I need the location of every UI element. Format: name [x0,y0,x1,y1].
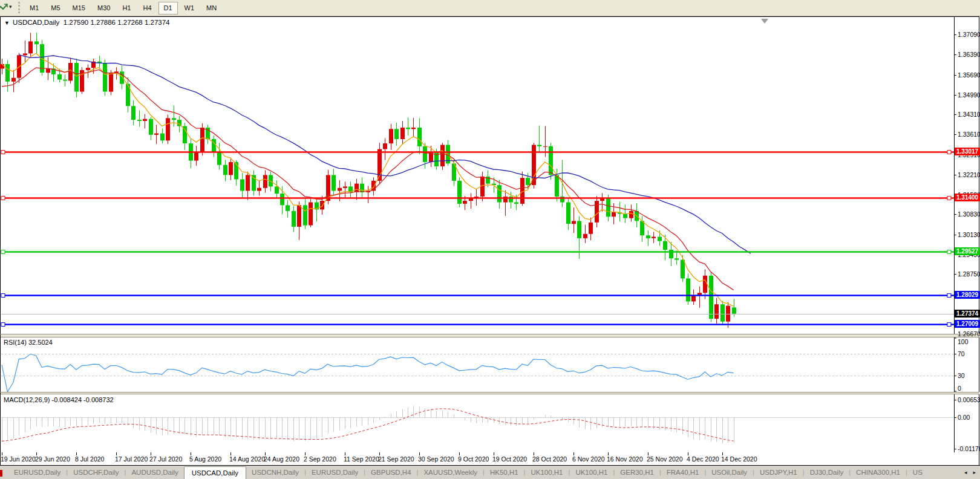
chart-title: ▼USDCAD,Daily 1.27590 1.27886 1.27268 1.… [4,19,170,26]
date-label[interactable]: 24 Aug 2020 [264,455,299,463]
macd-pane-label: MACD(12,26,9) -0.008424 -0.008732 [4,396,114,403]
date-label[interactable]: 28 Oct 2020 [532,455,567,463]
date-label[interactable]: 30 Sep 2020 [418,455,454,463]
chart-symbol: USDCAD,Daily [13,19,59,26]
macd-tick-label[interactable]: -0.011768 [958,445,980,452]
chart-shift-marker[interactable] [761,19,768,24]
pane-splitter-macd[interactable] [1,392,979,394]
tab-fra40-h1[interactable]: FRA40,H1 [661,466,705,479]
tab-uk100-h1[interactable]: UK100,H1 [525,466,568,479]
current-price-label: 1.27374 [955,310,980,318]
price-tick-label[interactable]: 1.37090 [958,31,980,38]
rsi-line [2,354,734,392]
rsi-tick-label[interactable]: 30 [958,372,965,379]
price-tick-label[interactable]: 1.35690 [958,71,980,79]
date-label[interactable]: 8 Jul 2020 [75,455,104,463]
price-tick-label[interactable]: 1.32210 [958,171,980,178]
tab-scroll-controls: ◂ ▸ [958,466,979,479]
level-price-label[interactable]: 1.31400 [955,194,980,201]
date-label[interactable]: 9 Oct 2020 [458,455,489,463]
level-price-label[interactable]: 1.29527 [955,247,980,255]
price-tick-label[interactable]: 1.34310 [958,111,980,118]
candles [0,33,736,328]
tab-usdcnh-daily[interactable]: USDCNH,Daily [246,466,304,479]
tab-usdchf-daily[interactable]: USDCHF,Daily [68,466,124,479]
date-label[interactable]: 4 Dec 2020 [687,455,719,463]
tab-scroll-right-icon[interactable]: ▸ [970,469,979,475]
active-chart-indicator [0,470,2,477]
date-label[interactable]: 21 Sep 2020 [378,455,414,463]
chart-title-caret-icon[interactable]: ▼ [4,20,10,26]
date-label[interactable]: 16 Nov 2020 [607,455,643,463]
terminal-window: ▾ M1M5M15M30H1H4D1W1MN ▼USDCAD,Daily 1.2… [0,0,980,479]
tab-eurusd-daily[interactable]: EURUSD,Daily [306,466,364,479]
date-label[interactable]: 14 Aug 2020 [229,455,265,463]
macd-tick-label[interactable]: 0.006535 [958,396,980,403]
level-price-label[interactable]: 1.27009 [955,320,980,328]
pane-splitter-rsi[interactable] [1,334,979,337]
date-label[interactable]: 5 Aug 2020 [189,455,221,463]
tab-china300-h1[interactable]: CHINA300,H1 [851,466,906,479]
tab-ger30-h1[interactable]: GER30,H1 [615,466,659,479]
level-lines[interactable] [1,151,954,327]
tab-us[interactable]: US [907,466,928,479]
date-label[interactable]: 19 Oct 2020 [492,455,527,463]
price-tick-label[interactable]: 1.30130 [958,231,980,238]
date-label[interactable]: 17 Jul 2020 [115,455,148,463]
tab-scroll-left-icon[interactable]: ◂ [961,469,970,475]
ma-mid-line [2,68,734,290]
rsi-tick-label[interactable]: 100 [958,338,969,345]
chart-tabs: EURUSD,Daily|USDCHF,Daily|AUDUSD,DailyUS… [8,466,958,479]
tab-hk50-h1[interactable]: HK50,H1 [485,466,524,479]
price-tick-label[interactable]: 1.33610 [958,131,980,138]
tab-dj30-daily[interactable]: DJ30,Daily [805,466,849,479]
price-tick-label[interactable]: 1.26670 [958,330,980,337]
macd-tick-label[interactable]: 0.00 [958,414,970,421]
chart-ohlc-values: 1.27590 1.27886 1.27268 1.27374 [64,19,170,26]
tab-usoil-daily[interactable]: USOil,Daily [706,466,753,479]
rsi-pane-label: RSI(14) 32.5024 [4,339,53,346]
price-tick-label[interactable]: 1.28750 [958,270,980,278]
macd-signal-line [2,409,734,442]
date-label[interactable]: 2 Sep 2020 [304,455,336,463]
level-price-label[interactable]: 1.28029 [955,291,980,299]
chart-tab-bar: EURUSD,Daily|USDCHF,Daily|AUDUSD,DailyUS… [0,466,980,479]
tab-audusd-daily[interactable]: AUDUSD,Daily [126,466,183,479]
tab-uk100-h1[interactable]: UK100,H1 [570,466,613,479]
date-label[interactable]: 27 Jul 2020 [149,455,182,463]
date-label[interactable]: 25 Nov 2020 [647,455,683,463]
rsi-tick-label[interactable]: 70 [958,350,965,357]
level-price-label[interactable]: 1.33017 [955,148,980,155]
tab-eurusd-daily[interactable]: EURUSD,Daily [8,466,66,479]
date-label[interactable]: 14 Dec 2020 [721,455,757,463]
price-tick-label[interactable]: 1.36390 [958,51,980,58]
tab-xauusd-weekly[interactable]: XAUUSD,Weekly [418,466,483,479]
date-label[interactable]: 11 Sep 2020 [344,455,379,463]
price-tick-label[interactable]: 1.30830 [958,210,980,218]
tab-usdjpy-h1[interactable]: USDJPY,H1 [754,466,803,479]
tab-usdcad-daily[interactable]: USDCAD,Daily [184,466,246,479]
macd-values: -0.008424 -0.008732 [51,396,113,403]
chart-canvas[interactable] [0,0,980,479]
date-label[interactable]: 19 Jun 2020 [1,455,36,463]
rsi-value: 32.5024 [28,339,53,346]
price-tick-label[interactable]: 1.34990 [958,91,980,99]
date-label[interactable]: 29 Jun 2020 [35,455,70,463]
tab-gbpusd-h4[interactable]: GBPUSD,H4 [365,466,416,479]
date-label[interactable]: 6 Nov 2020 [572,455,605,463]
rsi-tick-label[interactable]: 0 [958,385,961,392]
